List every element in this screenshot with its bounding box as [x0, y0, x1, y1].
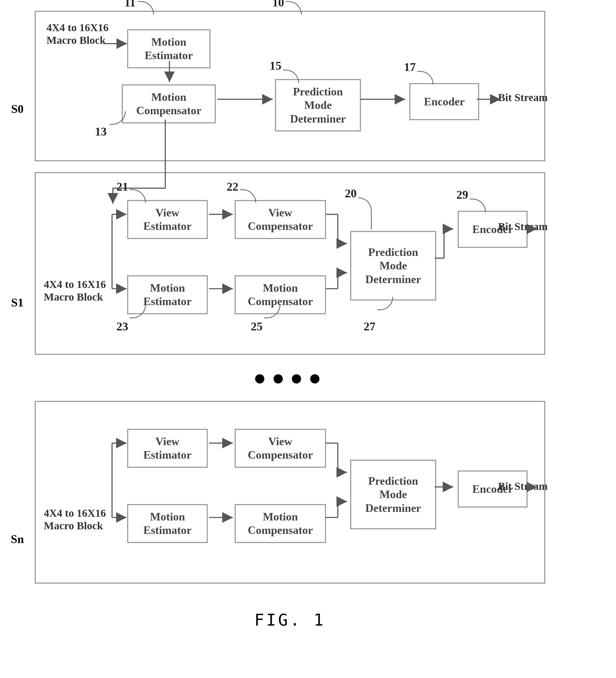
prediction-mode-determiner-s1: PredictionModeDeterminer	[350, 231, 436, 301]
output-label-s1: Bit Stream	[498, 220, 548, 233]
ref-23: 23	[116, 319, 128, 333]
motion-estimator-sn: MotionEstimator	[127, 504, 208, 543]
motion-compensator-sn: MotionCompensator	[235, 504, 326, 543]
view-compensator-sn: ViewCompensator	[235, 429, 326, 468]
view-compensator-s1: ViewCompensator	[235, 200, 326, 239]
panel-sn: 4X4 to 16X16Macro Block ViewEstimator Vi…	[35, 401, 545, 583]
view-estimator-s1: ViewEstimator	[127, 200, 208, 239]
row-label-s1: S1	[11, 226, 24, 419]
figure-caption: FIG. 1	[255, 610, 326, 629]
ref-20: 20	[345, 187, 357, 200]
output-label-sn: Bit Stream	[498, 480, 548, 492]
panel-s0: 10 11 4X4 to 16X16Macro Block MotionEsti…	[35, 11, 545, 161]
ref-29: 29	[456, 188, 468, 202]
ref-13: 13	[95, 125, 107, 139]
ref-25: 25	[251, 319, 263, 333]
input-label-sn: 4X4 to 16X16Macro Block	[44, 507, 106, 532]
motion-compensator-s1: MotionCompensator	[235, 275, 326, 314]
ref-21: 21	[116, 180, 128, 194]
ref-10: 10	[272, 0, 284, 9]
output-label-s0: Bit Stream	[498, 91, 548, 104]
motion-estimator-s0: MotionEstimator	[127, 29, 210, 68]
ref-22: 22	[227, 180, 238, 194]
row-label-s0: S0	[11, 65, 24, 226]
prediction-mode-determiner-s0: PredictionModeDeterminer	[275, 79, 361, 131]
ref-17: 17	[404, 60, 416, 74]
input-label-s0: 4X4 to 16X16Macro Block	[46, 21, 109, 46]
ref-27: 27	[363, 319, 376, 333]
input-label-s1: 4X4 to 16X16Macro Block	[44, 278, 106, 303]
prediction-mode-determiner-sn: PredictionModeDeterminer	[350, 460, 436, 529]
view-estimator-sn: ViewEstimator	[127, 429, 208, 468]
encoder-s0: Encoder	[409, 83, 479, 120]
ellipsis-dots: ●●●●	[253, 366, 326, 390]
motion-compensator-s0: MotionCompensator	[122, 84, 216, 123]
ref-15: 15	[270, 59, 281, 73]
ref-11: 11	[124, 0, 136, 9]
row-label-sn: Sn	[11, 419, 24, 640]
panel-s1: 4X4 to 16X16Macro Block ViewEstimator Vi…	[35, 172, 545, 355]
